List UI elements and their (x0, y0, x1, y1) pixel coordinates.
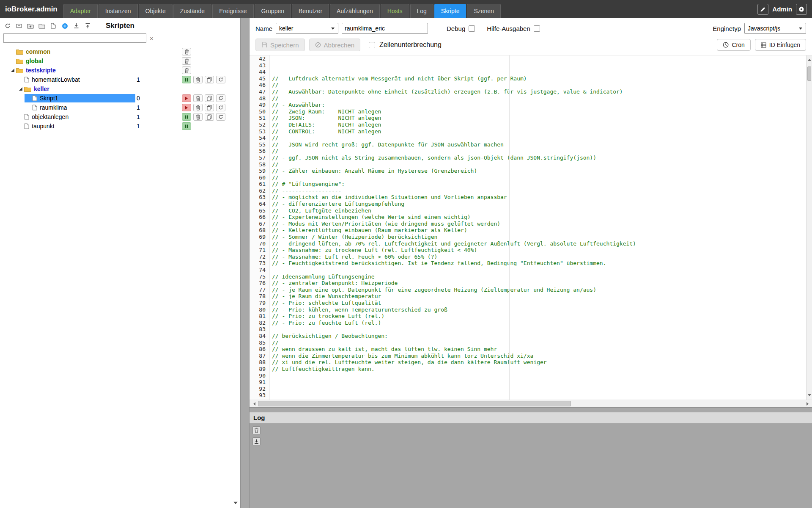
clear-log-button[interactable] (252, 426, 261, 434)
restart-button[interactable] (216, 113, 225, 121)
line-number-gutter: 4243444546474849505152535455565758596061… (250, 55, 270, 400)
code-line: // - dringend lüften, ab 70% rel. Luftfe… (272, 240, 812, 247)
tab-adapter[interactable]: Adapter (63, 4, 98, 18)
new-script-button[interactable] (49, 22, 58, 30)
save-button[interactable]: Speichern (255, 39, 305, 51)
code-editor[interactable]: 4243444546474849505152535455565758596061… (250, 55, 812, 400)
tree-item-global[interactable]: global (0, 56, 240, 66)
folder-button[interactable] (38, 22, 46, 30)
tree-item-label: keller (34, 86, 49, 92)
trash-icon (254, 428, 259, 433)
add-script-button[interactable] (60, 22, 69, 30)
tree-item-keller[interactable]: keller (0, 84, 240, 94)
line-number: 58 (250, 161, 266, 168)
help-output-checkbox[interactable] (534, 25, 540, 32)
tab-benutzer[interactable]: Benutzer (292, 4, 329, 18)
scroll-left-icon[interactable] (250, 400, 257, 407)
pause-script-button[interactable] (182, 122, 191, 130)
tab-instanzen[interactable]: Instanzen (99, 4, 138, 18)
tree-item-homematiclowbat[interactable]: homematicLowbat1 (0, 75, 240, 84)
sidebar-toolbar (3, 22, 92, 30)
tree-item-testskripte[interactable]: testskripte (0, 66, 240, 75)
start-script-button[interactable] (182, 94, 191, 102)
tab-szenen[interactable]: Szenen (467, 4, 500, 18)
tree-item-common[interactable]: common (0, 47, 240, 56)
group-select[interactable]: keller (276, 23, 338, 34)
debug-checkbox[interactable] (469, 25, 475, 32)
scroll-up-icon[interactable] (808, 57, 811, 61)
tab-hosts[interactable]: Hosts (381, 4, 409, 18)
delete-button[interactable] (182, 57, 191, 65)
tab-zustande[interactable]: Zustände (173, 4, 211, 18)
script-name-input[interactable] (342, 23, 428, 34)
copy-icon (207, 114, 212, 120)
horizontal-scrollbar-thumb[interactable] (258, 401, 571, 406)
code-line: // ------------------ (272, 188, 812, 194)
collapse-icon[interactable] (11, 69, 14, 72)
collapse-all-button[interactable] (15, 22, 23, 30)
restart-button[interactable] (216, 104, 225, 111)
restart-button[interactable] (216, 76, 225, 83)
pause-script-button[interactable] (182, 76, 191, 83)
settings-button[interactable] (796, 4, 807, 15)
duplicate-button[interactable] (205, 104, 214, 111)
horizontal-splitter[interactable] (250, 407, 812, 412)
edit-admin-button[interactable] (757, 4, 768, 15)
tree-item-skript1[interactable]: Skript10 (0, 94, 240, 103)
line-number: 76 (250, 280, 266, 287)
export-button[interactable] (72, 22, 80, 30)
gear-icon (798, 6, 805, 13)
tab-log[interactable]: Log (410, 4, 433, 18)
search-input[interactable] (3, 33, 146, 43)
close-icon[interactable]: × (150, 35, 154, 41)
tree-item-taupunkt[interactable]: taupunkt1 (0, 121, 240, 131)
refresh-button[interactable] (3, 22, 12, 30)
editor-horizontal-scrollbar[interactable] (250, 400, 812, 407)
delete-button[interactable] (193, 94, 203, 102)
insert-id-button[interactable]: ID Einfügen (755, 39, 806, 51)
import-button[interactable] (83, 22, 92, 30)
enginetype-select[interactable]: Javascript/js (744, 23, 806, 34)
cron-button[interactable]: Cron (717, 39, 750, 51)
tab-gruppen[interactable]: Gruppen (255, 4, 291, 18)
restart-icon (218, 114, 223, 119)
row-actions (182, 66, 191, 74)
download-log-button[interactable] (252, 437, 261, 445)
tree-item-objektanlegen[interactable]: objektanlegen1 (0, 112, 240, 121)
delete-button[interactable] (182, 48, 191, 55)
restart-button[interactable] (216, 94, 225, 102)
tab-objekte[interactable]: Objekte (139, 4, 173, 18)
vertical-scrollbar-thumb[interactable] (807, 66, 811, 81)
duplicate-button[interactable] (205, 113, 214, 121)
duplicate-button[interactable] (205, 76, 214, 83)
code-area[interactable]: // - Luftdruck alternativ vom Messgerät … (270, 55, 812, 400)
tree-item-label: testskripte (26, 67, 56, 74)
tab-aufzahlungen[interactable]: Aufzählungen (330, 4, 380, 18)
collapse-icon[interactable] (19, 87, 22, 91)
scroll-down-icon[interactable] (233, 502, 238, 506)
code-line: // - Massnahme: zu trockene Luft (rel. L… (272, 247, 812, 254)
tab-ereignisse[interactable]: Ereignisse (212, 4, 253, 18)
editor-vertical-scrollbar[interactable] (806, 55, 812, 400)
pause-script-button[interactable] (182, 113, 191, 121)
new-folder-button[interactable] (26, 22, 35, 30)
line-number: 78 (250, 293, 266, 300)
name-label: Name (255, 25, 272, 32)
vertical-splitter[interactable] (240, 18, 250, 508)
scroll-right-icon[interactable] (804, 400, 812, 407)
delete-button[interactable] (182, 66, 191, 74)
delete-button[interactable] (193, 113, 203, 121)
duplicate-button[interactable] (205, 94, 214, 102)
code-line: // - Modus mit Werten/Prioritäten (wie d… (272, 221, 812, 227)
line-wrap-checkbox[interactable] (369, 42, 375, 48)
delete-button[interactable] (193, 76, 203, 83)
cancel-button[interactable]: Abbrechen (309, 39, 361, 51)
trash-icon (196, 114, 200, 120)
cancel-icon (315, 42, 321, 48)
code-line: // - differenziertere Lüftungsempfehlung (272, 201, 812, 207)
scroll-down-icon[interactable] (808, 394, 811, 398)
start-script-button[interactable] (182, 104, 191, 111)
tree-item-raumklima[interactable]: raumklima1 (0, 103, 240, 112)
delete-button[interactable] (193, 104, 203, 111)
tab-skripte[interactable]: Skripte (434, 4, 466, 18)
